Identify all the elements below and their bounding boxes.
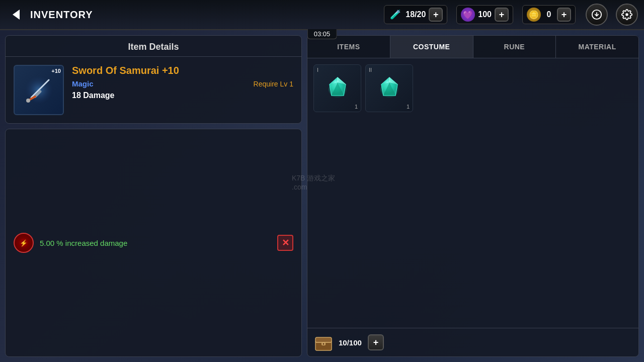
coin-icon: 🪙 bbox=[527, 8, 541, 22]
inv-slot-1[interactable]: I bbox=[313, 64, 361, 112]
coin-resource: 🪙 0 + bbox=[522, 5, 576, 24]
download-button[interactable] bbox=[586, 4, 608, 26]
tab-rune[interactable]: RUNE bbox=[473, 36, 556, 58]
item-require: Require Lv 1 bbox=[254, 80, 293, 88]
item-text-info: Sword Of Samurai +10 Magic Require Lv 1 … bbox=[72, 65, 293, 100]
chest-icon bbox=[314, 333, 333, 351]
enchant-text: 5.00 % increased damage bbox=[40, 239, 271, 247]
svg-point-3 bbox=[625, 13, 628, 16]
gem-item-icon-2 bbox=[374, 73, 405, 104]
inventory-grid: I bbox=[307, 58, 638, 328]
tabs-row: ITEMS COSTUME RUNE MATERIAL bbox=[307, 36, 638, 58]
potion-icon: 🧪 bbox=[388, 8, 403, 22]
slot-count-2: 1 bbox=[407, 104, 410, 110]
enchant-icon: ⚡ bbox=[14, 233, 34, 253]
main-layout: Item Details +10 bbox=[0, 30, 644, 362]
item-details-header: Item Details bbox=[6, 36, 301, 57]
timer: 03:05 bbox=[307, 29, 337, 39]
back-button[interactable] bbox=[6, 5, 25, 24]
slot-count-1: 1 bbox=[355, 104, 358, 110]
sword-icon bbox=[21, 72, 56, 108]
svg-marker-0 bbox=[13, 10, 20, 20]
item-info-row: +10 bbox=[6, 57, 301, 123]
item-magic-row: Magic Require Lv 1 bbox=[72, 79, 293, 88]
svg-rect-27 bbox=[315, 337, 332, 342]
slot-label-2: II bbox=[369, 67, 372, 73]
inv-slot-2[interactable]: II 1 bbox=[365, 64, 413, 112]
tab-material[interactable]: MATERIAL bbox=[556, 36, 638, 58]
add-inventory-button[interactable]: + bbox=[368, 334, 384, 350]
settings-button[interactable] bbox=[616, 4, 638, 26]
left-panel: Item Details +10 bbox=[5, 35, 302, 357]
enchant-remove-button[interactable]: ✕ bbox=[277, 235, 293, 251]
item-details-panel: Item Details +10 bbox=[5, 35, 302, 124]
add-coin-button[interactable]: + bbox=[557, 8, 571, 22]
item-damage: 18 Damage bbox=[72, 91, 293, 100]
top-bar: INVENTORY 🧪 18/20 + 💜 100 + 🪙 0 + 03:05 bbox=[0, 0, 644, 30]
svg-point-29 bbox=[323, 343, 325, 345]
gem-count: 100 bbox=[478, 10, 492, 19]
svg-text:⚡: ⚡ bbox=[20, 239, 28, 247]
gem-item-icon-1 bbox=[323, 73, 353, 104]
add-potion-button[interactable]: + bbox=[429, 8, 443, 22]
inventory-footer: 10/100 + bbox=[307, 328, 638, 356]
item-type: Magic bbox=[72, 79, 94, 88]
coin-count: 0 bbox=[544, 10, 554, 19]
item-name: Sword Of Samurai +10 bbox=[72, 65, 293, 76]
enchant-panel: ⚡ 5.00 % increased damage ✕ bbox=[5, 129, 302, 357]
slot-label-1: I bbox=[317, 67, 318, 73]
page-title: INVENTORY bbox=[30, 9, 93, 21]
tab-costume[interactable]: COSTUME bbox=[390, 36, 473, 58]
add-gem-button[interactable]: + bbox=[495, 8, 509, 22]
item-image-box: +10 bbox=[14, 65, 64, 115]
right-panel: ITEMS COSTUME RUNE MATERIAL I bbox=[307, 35, 639, 357]
inventory-capacity: 10/100 bbox=[339, 338, 362, 347]
item-plus-badge: +10 bbox=[51, 68, 61, 74]
gem-icon: 💜 bbox=[461, 8, 475, 22]
potion-resource: 🧪 18/20 + bbox=[384, 5, 447, 24]
potion-count: 18/20 bbox=[406, 10, 426, 19]
gem-resource: 💜 100 + bbox=[456, 5, 513, 24]
svg-point-8 bbox=[26, 99, 30, 103]
